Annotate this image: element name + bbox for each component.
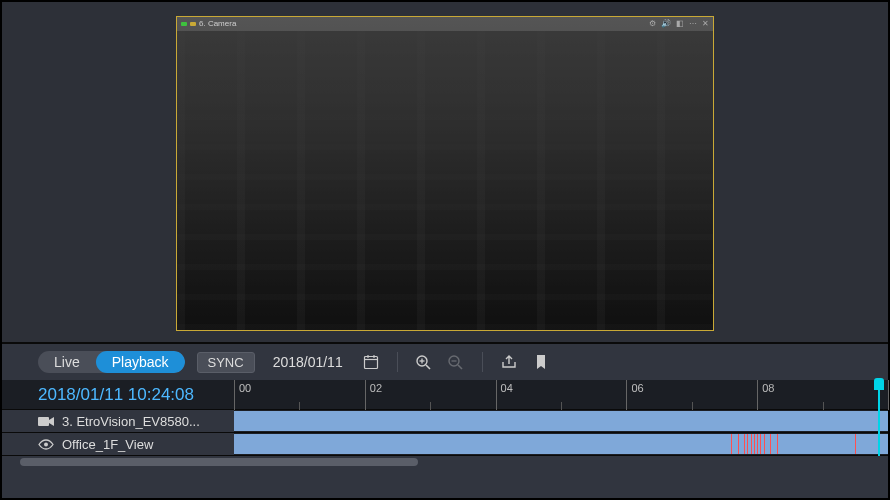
track-row: Office_1F_View bbox=[2, 433, 888, 456]
tick-minor bbox=[561, 402, 562, 410]
bottom-panel: Live Playback SYNC 2018/01/11 bbox=[2, 344, 888, 498]
tick-major: 10 bbox=[888, 380, 889, 410]
export-icon[interactable] bbox=[499, 352, 519, 372]
video-title: 6. Camera bbox=[199, 19, 236, 28]
track-label[interactable]: 3. EtroVision_EV8580... bbox=[2, 410, 234, 432]
tick-minor bbox=[430, 402, 431, 410]
svg-rect-0 bbox=[364, 357, 377, 369]
event-mark bbox=[744, 434, 745, 454]
mode-toggle: Live Playback bbox=[38, 351, 185, 373]
svg-line-9 bbox=[458, 365, 462, 369]
track-lane[interactable] bbox=[234, 433, 888, 455]
divider bbox=[397, 352, 398, 372]
clip[interactable] bbox=[234, 411, 888, 431]
camera-icon bbox=[38, 416, 54, 427]
settings-icon[interactable]: ⚙ bbox=[649, 19, 656, 28]
bookmark-small-icon[interactable]: ◧ bbox=[676, 19, 684, 28]
calendar-icon[interactable] bbox=[361, 352, 381, 372]
more-icon[interactable]: ⋯ bbox=[689, 19, 697, 28]
event-mark bbox=[777, 434, 778, 454]
event-mark bbox=[855, 434, 856, 454]
tick-major: 06 bbox=[626, 380, 627, 410]
tick-major: 02 bbox=[365, 380, 366, 410]
event-mark bbox=[770, 434, 771, 454]
timeline-header: 2018/01/11 10:24:08 000204060810 bbox=[2, 380, 888, 410]
timeline-ruler[interactable]: 000204060810 bbox=[234, 380, 888, 410]
svg-line-5 bbox=[426, 365, 430, 369]
toolbar: Live Playback SYNC 2018/01/11 bbox=[2, 344, 888, 380]
tick-minor bbox=[823, 402, 824, 410]
svg-point-12 bbox=[44, 442, 48, 446]
playhead[interactable] bbox=[878, 380, 880, 456]
close-icon[interactable]: ✕ bbox=[702, 19, 709, 28]
video-tile[interactable]: 6. Camera ⚙ 🔊 ◧ ⋯ ✕ bbox=[176, 16, 714, 331]
event-mark bbox=[747, 434, 748, 454]
playback-button[interactable]: Playback bbox=[96, 351, 185, 373]
scrollbar-thumb[interactable] bbox=[20, 458, 419, 466]
live-button[interactable]: Live bbox=[38, 351, 96, 373]
zoom-in-icon[interactable] bbox=[414, 352, 434, 372]
tick-minor bbox=[299, 402, 300, 410]
zoom-out-icon bbox=[446, 352, 466, 372]
volume-icon[interactable]: 🔊 bbox=[661, 19, 671, 28]
sync-button[interactable]: SYNC bbox=[197, 352, 255, 373]
event-mark bbox=[764, 434, 765, 454]
divider bbox=[482, 352, 483, 372]
status-led-yellow bbox=[190, 22, 196, 26]
track-name: Office_1F_View bbox=[62, 437, 153, 452]
timestamp-label: 2018/01/11 10:24:08 bbox=[2, 380, 234, 410]
status-led-green bbox=[181, 22, 187, 26]
track-name: 3. EtroVision_EV8580... bbox=[62, 414, 200, 429]
video-content bbox=[177, 31, 713, 330]
event-mark bbox=[731, 434, 732, 454]
tick-minor bbox=[692, 402, 693, 410]
event-mark bbox=[751, 434, 752, 454]
video-viewport: 6. Camera ⚙ 🔊 ◧ ⋯ ✕ bbox=[2, 2, 888, 342]
event-mark bbox=[754, 434, 755, 454]
tick-major: 04 bbox=[496, 380, 497, 410]
bookmark-icon[interactable] bbox=[531, 352, 551, 372]
scrollbar-track[interactable] bbox=[2, 456, 888, 468]
video-title-group: 6. Camera bbox=[181, 19, 236, 28]
timeline: 2018/01/11 10:24:08 000204060810 3. Etro… bbox=[2, 380, 888, 468]
event-mark bbox=[757, 434, 758, 454]
track-lane[interactable] bbox=[234, 410, 888, 432]
clip[interactable] bbox=[234, 434, 888, 454]
video-header: 6. Camera ⚙ 🔊 ◧ ⋯ ✕ bbox=[177, 17, 713, 31]
tick-major: 00 bbox=[234, 380, 235, 410]
track-row: 3. EtroVision_EV8580... bbox=[2, 410, 888, 433]
eye-icon bbox=[38, 439, 54, 450]
svg-rect-11 bbox=[38, 417, 49, 426]
date-display: 2018/01/11 bbox=[267, 354, 349, 370]
event-mark bbox=[760, 434, 761, 454]
track-label[interactable]: Office_1F_View bbox=[2, 433, 234, 455]
tracks-container: 3. EtroVision_EV8580...Office_1F_View bbox=[2, 410, 888, 456]
tick-major: 08 bbox=[757, 380, 758, 410]
event-mark bbox=[738, 434, 739, 454]
video-controls: ⚙ 🔊 ◧ ⋯ ✕ bbox=[649, 19, 709, 28]
app-container: 6. Camera ⚙ 🔊 ◧ ⋯ ✕ Live Playback SYNC 2… bbox=[0, 0, 890, 500]
playhead-handle[interactable] bbox=[874, 378, 884, 390]
